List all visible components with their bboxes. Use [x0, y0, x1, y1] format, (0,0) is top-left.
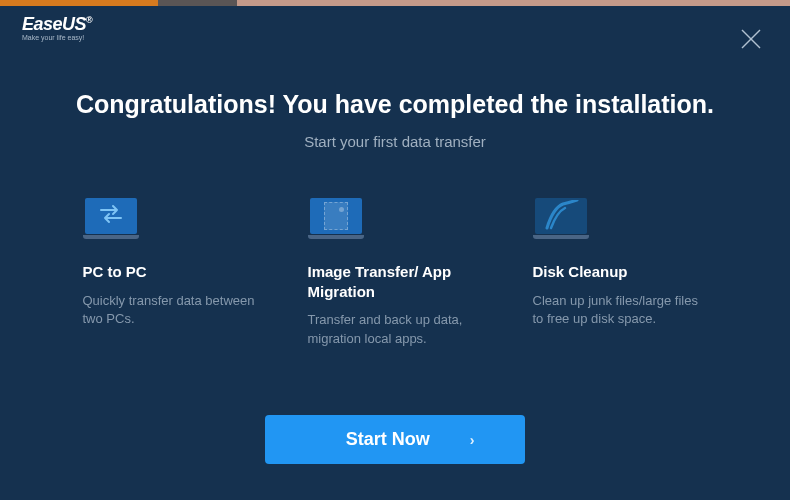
- feature-description: Transfer and back up data, migration loc…: [308, 311, 483, 349]
- brand-logo: EaseUS®: [22, 14, 92, 35]
- feature-title: PC to PC: [83, 262, 258, 282]
- image-transfer-icon: [308, 198, 364, 244]
- cta-label: Start Now: [346, 429, 430, 450]
- start-now-button[interactable]: Start Now ›: [265, 415, 525, 464]
- cta-container: Start Now ›: [0, 415, 790, 464]
- close-icon: [740, 28, 762, 50]
- top-accent-strip: [0, 0, 790, 6]
- chevron-right-icon: ›: [470, 432, 475, 448]
- feature-pc-to-pc[interactable]: PC to PC Quickly transfer data between t…: [83, 198, 258, 349]
- page-title: Congratulations! You have completed the …: [0, 90, 790, 119]
- feature-title: Disk Cleanup: [533, 262, 708, 282]
- brand-header: EaseUS® Make your life easy!: [22, 14, 92, 41]
- features-row: PC to PC Quickly transfer data between t…: [0, 198, 790, 349]
- close-button[interactable]: [740, 28, 762, 50]
- brand-name: EaseUS: [22, 14, 86, 34]
- feature-image-transfer[interactable]: Image Transfer/ App Migration Transfer a…: [308, 198, 483, 349]
- page-subtitle: Start your first data transfer: [0, 133, 790, 150]
- feature-description: Clean up junk files/large files to free …: [533, 292, 708, 330]
- pc-to-pc-icon: [83, 198, 139, 244]
- feature-title: Image Transfer/ App Migration: [308, 262, 483, 301]
- brand-tagline: Make your life easy!: [22, 34, 84, 41]
- disk-cleanup-icon: [533, 198, 589, 244]
- feature-disk-cleanup[interactable]: Disk Cleanup Clean up junk files/large f…: [533, 198, 708, 349]
- main-content: Congratulations! You have completed the …: [0, 0, 790, 349]
- feature-description: Quickly transfer data between two PCs.: [83, 292, 258, 330]
